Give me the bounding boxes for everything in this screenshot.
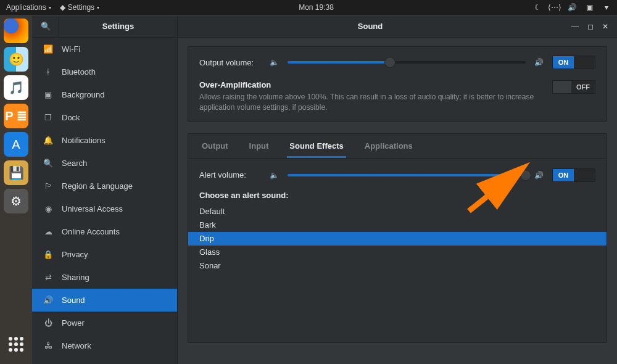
sidebar-item-online[interactable]: ☁Online Accounts bbox=[32, 220, 177, 243]
wifi-icon: 📶 bbox=[43, 44, 53, 54]
sidebar-item-region[interactable]: 🏳Region & Language bbox=[32, 175, 177, 197]
alert-sound-default[interactable]: Default bbox=[188, 205, 607, 218]
sidebar-item-devices[interactable]: 🖥Devices› bbox=[32, 357, 177, 364]
sidebar-item-label: Online Accounts bbox=[62, 227, 120, 236]
sharing-icon: ⇄ bbox=[43, 273, 53, 282]
sidebar-item-wifi[interactable]: 📶Wi-Fi bbox=[32, 38, 177, 60]
network-icon: 🖧 bbox=[43, 341, 53, 350]
sidebar-item-privacy[interactable]: 🔒Privacy bbox=[32, 243, 177, 266]
over-amplification-desc: Allows raising the volume above 100%. Th… bbox=[199, 92, 542, 113]
titlebar: 🔍 Settings Sound — ◻ ✕ bbox=[32, 15, 617, 38]
chevron-down-icon[interactable]: ▾ bbox=[602, 3, 611, 12]
sidebar-item-label: Wi-Fi bbox=[62, 44, 80, 54]
volume-high-icon: 🔊 bbox=[534, 58, 544, 67]
dock-icon: ❐ bbox=[43, 113, 53, 122]
alert-sound-glass[interactable]: Glass bbox=[188, 246, 607, 259]
sidebar: 📶Wi-FiᚼBluetooth▣Background❐Dock🔔Notific… bbox=[32, 38, 178, 364]
sidebar-item-label: Notifications bbox=[62, 136, 106, 145]
dock-firefox[interactable] bbox=[4, 19, 28, 43]
alert-volume-label: Alert volume: bbox=[199, 170, 261, 180]
sidebar-item-background[interactable]: ▣Background bbox=[32, 83, 177, 106]
battery-icon[interactable]: ▣ bbox=[585, 3, 594, 12]
sidebar-item-label: Region & Language bbox=[62, 181, 133, 191]
dock-music[interactable]: 🎵 bbox=[4, 75, 28, 100]
sound-effects-card: OutputInputSound EffectsApplications Ale… bbox=[188, 133, 607, 343]
sidebar-item-label: Privacy bbox=[62, 250, 88, 259]
sound-tabs: OutputInputSound EffectsApplications bbox=[188, 134, 607, 159]
tab-applications[interactable]: Applications bbox=[362, 134, 415, 158]
sidebar-item-bluetooth[interactable]: ᚼBluetooth bbox=[32, 60, 177, 83]
volume-low-icon: 🔈 bbox=[270, 171, 279, 180]
online-icon: ☁ bbox=[43, 227, 53, 236]
maximize-button[interactable]: ◻ bbox=[587, 22, 594, 31]
output-volume-slider[interactable] bbox=[288, 56, 526, 68]
settings-window: 🔍 Settings Sound — ◻ ✕ 📶Wi-FiᚼBluetooth▣… bbox=[32, 15, 617, 364]
sidebar-item-sharing[interactable]: ⇄Sharing bbox=[32, 266, 177, 289]
notifications-icon: 🔔 bbox=[43, 136, 53, 145]
over-amplification-title: Over-Amplification bbox=[199, 80, 542, 89]
alert-volume-slider[interactable] bbox=[288, 169, 526, 181]
active-app-menu[interactable]: ◆ Settings ▾ bbox=[60, 3, 99, 12]
alert-volume-toggle[interactable]: ON bbox=[552, 168, 595, 182]
sidebar-item-power[interactable]: ⏻Power bbox=[32, 312, 177, 334]
alert-sound-heading: Choose an alert sound: bbox=[199, 191, 595, 200]
sidebar-item-label: Universal Access bbox=[62, 204, 123, 213]
volume-high-icon: 🔊 bbox=[534, 171, 544, 180]
applications-menu[interactable]: Applications ▾ bbox=[6, 3, 51, 12]
tab-output[interactable]: Output bbox=[199, 134, 231, 158]
bluetooth-icon: ᚼ bbox=[43, 67, 53, 77]
tab-sound-effects[interactable]: Sound Effects bbox=[287, 134, 346, 158]
content: Output volume: 🔈 🔊 ON Over-Amplification bbox=[178, 38, 617, 364]
power-icon: ⏻ bbox=[43, 318, 53, 328]
sidebar-item-search[interactable]: 🔍Search bbox=[32, 152, 177, 175]
volume-low-icon: 🔈 bbox=[270, 58, 279, 67]
sidebar-item-label: Dock bbox=[62, 113, 80, 122]
panel-title: Sound bbox=[178, 22, 563, 31]
top-panel: Applications ▾ ◆ Settings ▾ Mon 19:38 ☾ … bbox=[0, 0, 617, 15]
sidebar-item-label: Search bbox=[62, 159, 87, 168]
sound-icon: 🔊 bbox=[43, 296, 53, 305]
search-icon: 🔍 bbox=[43, 159, 53, 168]
search-button[interactable]: 🔍 bbox=[32, 15, 59, 38]
sidebar-item-label: Sharing bbox=[62, 273, 89, 282]
sidebar-title: Settings bbox=[59, 15, 178, 38]
dock-finder[interactable]: 🙂 bbox=[4, 47, 28, 72]
volume-icon[interactable]: 🔊 bbox=[568, 3, 576, 12]
alert-sound-sonar[interactable]: Sonar bbox=[188, 259, 607, 273]
alert-sound-list: DefaultBarkDripGlassSonar bbox=[188, 205, 607, 273]
show-applications[interactable] bbox=[4, 332, 28, 357]
net-icon[interactable]: ⟨⋯⟩ bbox=[550, 3, 559, 12]
night-icon[interactable]: ☾ bbox=[533, 3, 542, 12]
alert-sound-drip[interactable]: Drip bbox=[188, 232, 607, 246]
over-amplification-toggle[interactable]: OFF bbox=[552, 80, 595, 94]
sidebar-item-sound[interactable]: 🔊Sound bbox=[32, 289, 177, 312]
dock-settings[interactable]: ⚙ bbox=[4, 189, 28, 213]
output-volume-label: Output volume: bbox=[199, 58, 261, 67]
sidebar-item-dock[interactable]: ❐Dock bbox=[32, 106, 177, 129]
output-volume-card: Output volume: 🔈 🔊 ON Over-Amplification bbox=[188, 46, 607, 122]
clock[interactable]: Mon 19:38 bbox=[99, 3, 533, 12]
alert-sound-bark[interactable]: Bark bbox=[188, 218, 607, 232]
close-button[interactable]: ✕ bbox=[602, 22, 608, 31]
dock-appstore[interactable]: A bbox=[4, 132, 28, 157]
dock: 🙂 🎵 P ≣ A 💾 ⚙ bbox=[0, 15, 32, 364]
search-icon: 🔍 bbox=[41, 22, 51, 31]
dock-pages[interactable]: P ≣ bbox=[4, 104, 28, 128]
minimize-button[interactable]: — bbox=[571, 22, 579, 31]
privacy-icon: 🔒 bbox=[43, 250, 53, 259]
tab-input[interactable]: Input bbox=[247, 134, 271, 158]
sidebar-item-label: Network bbox=[62, 341, 91, 350]
sidebar-item-network[interactable]: 🖧Network bbox=[32, 334, 177, 357]
region-icon: 🏳 bbox=[43, 181, 53, 191]
sidebar-item-label: Sound bbox=[62, 296, 85, 305]
sidebar-item-notifications[interactable]: 🔔Notifications bbox=[32, 129, 177, 152]
universal-icon: ◉ bbox=[43, 204, 53, 213]
output-volume-toggle[interactable]: ON bbox=[552, 56, 595, 69]
sidebar-item-label: Power bbox=[62, 318, 85, 328]
sidebar-item-label: Bluetooth bbox=[62, 67, 96, 77]
sidebar-item-label: Background bbox=[62, 90, 104, 99]
sidebar-item-universal[interactable]: ◉Universal Access bbox=[32, 197, 177, 220]
background-icon: ▣ bbox=[43, 90, 53, 99]
dock-disk[interactable]: 💾 bbox=[4, 160, 28, 185]
